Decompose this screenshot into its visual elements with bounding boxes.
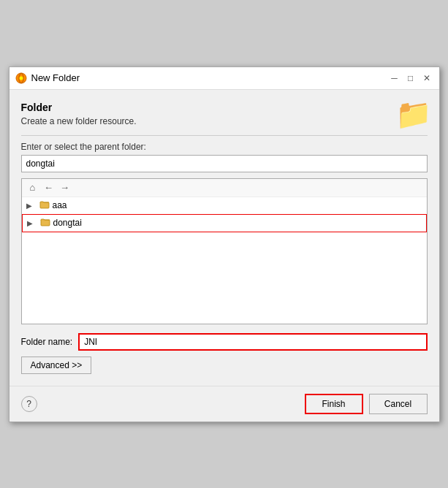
- title-bar: New Folder ─ □ ✕: [10, 67, 439, 90]
- finish-button[interactable]: Finish: [305, 394, 363, 414]
- maximize-button[interactable]: □: [404, 72, 417, 85]
- folder-tree-panel[interactable]: ⌂ ← → ▶ aaa ▶: [21, 178, 428, 324]
- section-title: Folder: [21, 102, 428, 113]
- folder-name-input[interactable]: [78, 333, 427, 351]
- advanced-button[interactable]: Advanced >>: [21, 357, 92, 374]
- folder-icon-dongtai: [40, 217, 50, 229]
- svg-rect-4: [41, 220, 50, 226]
- back-button[interactable]: ←: [42, 181, 56, 194]
- section-desc: Create a new folder resource.: [21, 116, 428, 126]
- svg-rect-3: [40, 202, 49, 208]
- tree-item-dongtai[interactable]: ▶ dongtai: [22, 214, 427, 232]
- dialog-footer: ? Finish Cancel: [10, 386, 439, 422]
- tree-item-aaa[interactable]: ▶ aaa: [22, 197, 427, 214]
- title-bar-controls: ─ □ ✕: [388, 72, 433, 85]
- dialog-body: 📁 Folder Create a new folder resource. E…: [10, 90, 439, 386]
- folder-icon-aaa: [39, 199, 50, 212]
- folder-name-label: Folder name:: [21, 337, 73, 347]
- help-button[interactable]: ?: [21, 396, 37, 412]
- expander-aaa: ▶: [26, 202, 37, 210]
- folder-name-row: Folder name:: [21, 333, 428, 351]
- divider-top: [21, 135, 428, 136]
- tree-toolbar: ⌂ ← →: [22, 179, 427, 197]
- expander-dongtai: ▶: [27, 219, 37, 227]
- eclipse-icon: [15, 72, 27, 84]
- forward-button[interactable]: →: [58, 181, 72, 194]
- title-bar-left: New Folder: [15, 72, 80, 84]
- minimize-button[interactable]: ─: [388, 72, 401, 85]
- home-button[interactable]: ⌂: [26, 181, 39, 194]
- svg-point-2: [19, 76, 23, 80]
- new-folder-dialog: New Folder ─ □ ✕ 📁 Folder Create a new f…: [9, 66, 440, 422]
- footer-buttons: Finish Cancel: [305, 394, 428, 414]
- parent-folder-input[interactable]: [21, 155, 428, 172]
- close-button[interactable]: ✕: [420, 72, 433, 85]
- tree-item-dongtai-label: dongtai: [53, 218, 82, 228]
- dialog-title: New Folder: [31, 72, 80, 83]
- folder-icon-decorative: 📁: [395, 97, 432, 131]
- tree-item-aaa-label: aaa: [53, 200, 67, 210]
- cancel-button[interactable]: Cancel: [369, 394, 428, 414]
- parent-folder-label: Enter or select the parent folder:: [21, 142, 428, 152]
